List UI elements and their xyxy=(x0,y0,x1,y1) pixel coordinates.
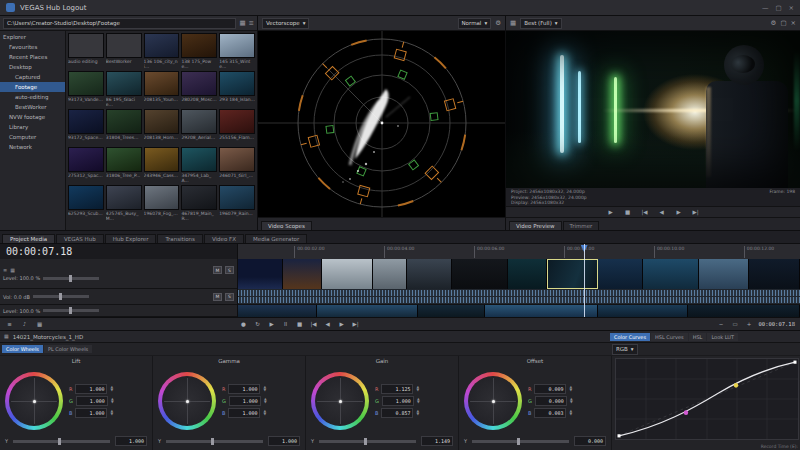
file-item[interactable]: 467819_Main_R... xyxy=(181,185,217,221)
close-icon[interactable]: × xyxy=(789,4,794,12)
blue-value-field[interactable]: 0.003 xyxy=(534,408,566,418)
step-down-icon[interactable]: ▼ xyxy=(569,389,572,392)
wheel-tab[interactable]: PL Color Wheels xyxy=(44,345,92,353)
transport-button[interactable]: ◀ xyxy=(323,321,332,327)
luma-slider[interactable] xyxy=(472,440,569,443)
tree-item[interactable]: Recent Places xyxy=(0,52,65,62)
preview-transport-button[interactable]: ▶ xyxy=(606,209,615,215)
preview-transport-button[interactable]: ◀ xyxy=(657,209,666,215)
file-item[interactable]: 86 195_Glacie... xyxy=(106,71,142,107)
video-clip[interactable] xyxy=(407,259,452,289)
wheel-center-dot[interactable] xyxy=(339,400,342,403)
video-clip[interactable] xyxy=(452,259,508,289)
green-value-field[interactable]: 0.000 xyxy=(535,396,567,406)
file-item[interactable]: BestWorker xyxy=(106,33,142,69)
zoom-fit-icon[interactable]: ▭ xyxy=(731,321,740,327)
wheel-center-dot[interactable] xyxy=(33,400,36,403)
file-item[interactable]: 243946_Cass... xyxy=(144,147,180,183)
dock-tab[interactable]: Transitions xyxy=(157,234,202,243)
video-clip[interactable] xyxy=(699,259,750,289)
mute-button[interactable]: M xyxy=(213,266,222,274)
blue-value-field[interactable]: 1.000 xyxy=(75,408,107,418)
file-item[interactable]: 31804_Trees... xyxy=(106,109,142,145)
video-clip[interactable] xyxy=(749,259,800,289)
preview-footer-tab[interactable]: Video Preview xyxy=(509,221,562,230)
file-item[interactable]: 208135_Youn... xyxy=(144,71,180,107)
tree-item[interactable]: BestWorker xyxy=(0,102,65,112)
file-item[interactable]: 255156_Flam... xyxy=(219,109,255,145)
color-wheel[interactable] xyxy=(464,372,522,430)
solo-button[interactable]: S xyxy=(225,293,234,301)
wheel-center-dot[interactable] xyxy=(492,400,495,403)
file-item[interactable]: 31806_Tree_P... xyxy=(106,147,142,183)
video-clip[interactable] xyxy=(283,259,322,289)
color-wheel[interactable] xyxy=(311,372,369,430)
zoom-in-icon[interactable]: + xyxy=(745,321,754,327)
track-level-slider[interactable] xyxy=(43,277,99,280)
tree-item[interactable]: Footage xyxy=(0,82,65,92)
track2-level-slider[interactable] xyxy=(43,309,99,312)
dock-tab[interactable]: Media Generator xyxy=(245,234,307,243)
minimize-icon[interactable]: — xyxy=(762,4,769,12)
file-item[interactable]: 275312_Spac... xyxy=(68,147,104,183)
curve-channel-dropdown[interactable]: RGB ▾ xyxy=(612,344,638,355)
step-down-icon[interactable]: ▼ xyxy=(569,413,572,416)
red-value-field[interactable]: 1.000 xyxy=(75,384,107,394)
video-clip[interactable] xyxy=(598,259,643,289)
green-value-field[interactable]: 1.000 xyxy=(382,396,414,406)
color-wheel[interactable] xyxy=(158,372,216,430)
luma-value-field[interactable]: 0.000 xyxy=(574,436,606,446)
green-value-field[interactable]: 1.000 xyxy=(229,396,261,406)
file-item[interactable]: 425745_Busy_M... xyxy=(106,185,142,221)
transport-button[interactable]: II xyxy=(281,321,290,327)
close-icon[interactable]: × xyxy=(791,20,796,27)
video-clip[interactable] xyxy=(418,305,485,317)
transport-button[interactable]: ▶| xyxy=(351,321,360,327)
file-item[interactable]: 625293_Scub... xyxy=(68,185,104,221)
file-item[interactable]: 208138_Hom... xyxy=(144,109,180,145)
tab-video-scopes[interactable]: Video Scopes xyxy=(261,221,312,230)
color-wheel[interactable] xyxy=(5,372,63,430)
file-item[interactable]: 145 315_Winte... xyxy=(219,33,255,69)
preview-transport-button[interactable]: ■ xyxy=(623,209,632,215)
preview-quality-dropdown[interactable]: Best (Full) ▾ xyxy=(520,18,561,29)
red-value-field[interactable]: 1.125 xyxy=(381,384,413,394)
file-item[interactable]: 196079_Rain... xyxy=(219,185,255,221)
transport-button[interactable]: ▶ xyxy=(337,321,346,327)
video-track2-header[interactable]: Level: 100.0 % xyxy=(0,305,237,317)
gear-icon[interactable]: ⚙ xyxy=(495,20,501,27)
transport-button[interactable]: ▶ xyxy=(267,321,276,327)
luma-slider[interactable] xyxy=(166,440,263,443)
wheel-tab[interactable]: Color Wheels xyxy=(2,345,43,353)
curve-tab[interactable]: Look LUT xyxy=(707,333,738,341)
maximize-preview-icon[interactable]: ▢ xyxy=(780,20,786,27)
scope-type-dropdown[interactable]: Vectorscope ▾ xyxy=(262,18,309,29)
zoom-out-icon[interactable]: − xyxy=(717,321,726,327)
grid-view-icon[interactable]: ▦ xyxy=(239,20,245,27)
curve-editor[interactable] xyxy=(615,358,799,440)
file-item[interactable]: 136 106_city_ni... xyxy=(144,33,180,69)
dock-tab[interactable]: VEGAS Hub xyxy=(56,234,104,243)
preview-grid-icon[interactable]: ▦ xyxy=(510,20,516,27)
video-clip[interactable] xyxy=(547,259,598,289)
curve-tab[interactable]: Color Curves xyxy=(610,333,650,341)
transport-button[interactable]: ■ xyxy=(295,321,304,327)
video-clip[interactable] xyxy=(508,259,547,289)
tree-item[interactable]: Explorer xyxy=(0,32,65,42)
luma-slider[interactable] xyxy=(13,440,110,443)
track-fx-icon[interactable]: ▦ xyxy=(10,268,15,273)
wheel-center-dot[interactable] xyxy=(186,400,189,403)
tree-item[interactable]: Library xyxy=(0,122,65,132)
step-down-icon[interactable]: ▼ xyxy=(110,413,113,416)
red-value-field[interactable]: 0.009 xyxy=(534,384,566,394)
gear-icon[interactable]: ⚙ xyxy=(771,20,777,27)
current-timecode[interactable]: 00:00:07.18 xyxy=(0,244,238,259)
file-item[interactable]: 29208_Aerial... xyxy=(181,109,217,145)
dock-tab[interactable]: Hub Explorer xyxy=(105,234,157,243)
transport-button[interactable]: ↻ xyxy=(253,321,262,327)
file-item[interactable]: 196078_Fog_... xyxy=(144,185,180,221)
transport-button[interactable]: ● xyxy=(239,321,248,327)
tree-item[interactable]: auto-editing xyxy=(0,92,65,102)
blue-value-field[interactable]: 0.857 xyxy=(381,408,413,418)
step-down-icon[interactable]: ▼ xyxy=(416,413,419,416)
